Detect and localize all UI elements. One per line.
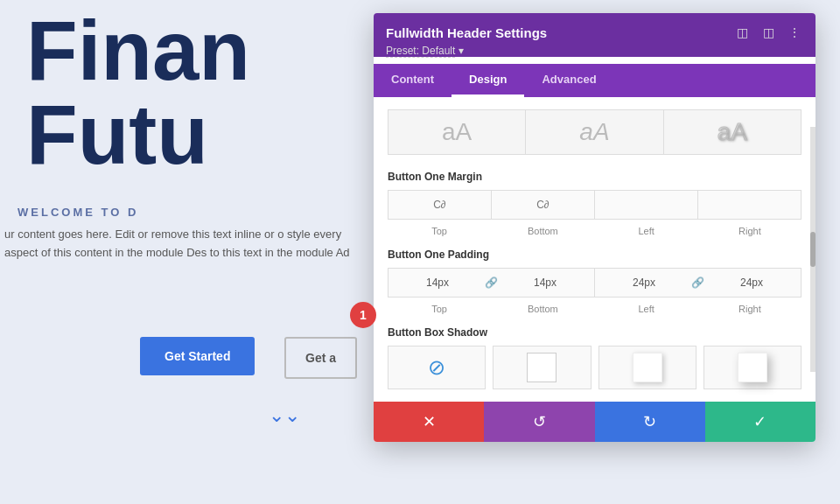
shadow-flat-option[interactable] [493, 346, 591, 389]
margin-top-input[interactable] [396, 199, 484, 211]
margin-label: Button One Margin [388, 171, 802, 183]
shadow-large-option[interactable] [704, 346, 802, 389]
padding-link-lr-icon[interactable]: 🔗 [691, 276, 704, 289]
preset-selector[interactable]: Preset: Default ▾ [386, 45, 803, 57]
split-icon[interactable]: ◫ [760, 24, 777, 41]
margin-labels: Top Bottom Left Right [388, 223, 802, 236]
tab-advanced[interactable]: Advanced [524, 64, 613, 97]
margin-right-group [697, 190, 802, 220]
no-shadow-icon: ⊘ [428, 355, 445, 380]
margin-right-input[interactable] [705, 199, 794, 211]
expand-icon[interactable]: ◫ [733, 24, 751, 41]
padding-top-label: Top [388, 301, 491, 314]
reset-button[interactable]: ↺ [484, 402, 594, 442]
margin-right-label: Right [698, 223, 802, 236]
panel-header-icons: ◫ ◫ ⋮ [733, 24, 803, 41]
box-shadow-section: Button Box Shadow ⊘ [388, 326, 802, 389]
panel-footer: ✕ ↺ ↻ ✓ [374, 402, 816, 442]
shadow-small-preview [633, 353, 662, 382]
font-style-row: aA aA aA [388, 109, 802, 155]
padding-right-label: Right [698, 301, 802, 314]
padding-inputs: 14px 🔗 14px 24px 🔗 24px [388, 268, 802, 298]
padding-top-group: 14px 🔗 14px [388, 268, 594, 298]
shadow-flat-preview [527, 353, 556, 382]
font-style-normal[interactable]: aA [388, 109, 525, 155]
shadow-none-option[interactable]: ⊘ [388, 346, 486, 389]
bg-subtitle: Welcome to D [18, 206, 138, 219]
scrollbar-thumb[interactable] [810, 232, 816, 267]
panel-header: Fullwidth Header Settings ◫ ◫ ⋮ Preset: … [374, 13, 816, 57]
margin-bottom-label: Bottom [491, 223, 594, 236]
shadow-options: ⊘ [388, 346, 802, 389]
margin-inputs [388, 190, 802, 220]
padding-bottom-label: Bottom [491, 301, 594, 314]
padding-left-value: 24px [600, 276, 688, 289]
panel-scrollbar[interactable] [810, 127, 816, 372]
scroll-down-icon[interactable]: ⌄⌄ [269, 404, 300, 427]
font-style-shadow[interactable]: aA [663, 109, 802, 155]
settings-panel: Fullwidth Header Settings ◫ ◫ ⋮ Preset: … [374, 13, 816, 442]
box-shadow-label: Button Box Shadow [388, 326, 802, 339]
panel-body: aA aA aA Button One Margin [374, 97, 816, 402]
step-badge: 1 [350, 302, 376, 328]
margin-left-label: Left [595, 223, 698, 236]
margin-top-label: Top [388, 223, 491, 236]
panel-header-top: Fullwidth Header Settings ◫ ◫ ⋮ [386, 24, 803, 41]
padding-side-group: 24px 🔗 24px [594, 268, 802, 298]
more-icon[interactable]: ⋮ [786, 24, 803, 41]
bg-title: Finan Futu [26, 9, 250, 177]
margin-bottom-input[interactable] [499, 199, 587, 211]
cancel-button[interactable]: ✕ [374, 402, 484, 442]
padding-right-value: 24px [708, 276, 795, 289]
font-style-italic[interactable]: aA [525, 109, 662, 155]
margin-bottom-group [491, 190, 594, 220]
redo-button[interactable]: ↻ [595, 402, 705, 442]
padding-link-tb-icon[interactable]: 🔗 [485, 276, 498, 289]
tab-content[interactable]: Content [374, 64, 452, 97]
shadow-small-option[interactable] [598, 346, 696, 389]
padding-left-label: Left [595, 301, 698, 314]
panel-title: Fullwidth Header Settings [386, 25, 547, 40]
margin-top-group [388, 190, 491, 220]
margin-left-input[interactable] [602, 199, 690, 211]
save-button[interactable]: ✓ [705, 402, 816, 442]
bg-body-text: ur content goes here. Edit or remove thi… [4, 226, 372, 262]
padding-bottom-value: 14px [501, 276, 589, 289]
shadow-large-preview [738, 353, 767, 382]
padding-top-value: 14px [394, 276, 481, 289]
margin-left-group [594, 190, 697, 220]
panel-tabs: Content Design Advanced [374, 64, 816, 97]
tab-design[interactable]: Design [452, 64, 524, 97]
get-started-button[interactable]: Get Started [140, 337, 255, 375]
padding-labels: Top Bottom Left Right [388, 301, 802, 314]
padding-label: Button One Padding [388, 248, 802, 261]
get-a-button[interactable]: Get a [284, 337, 357, 379]
